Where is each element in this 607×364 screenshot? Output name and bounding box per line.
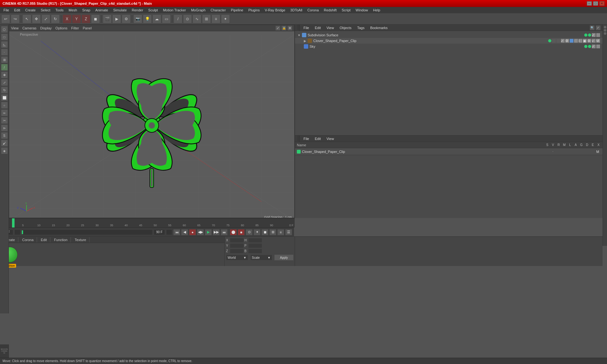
mat-tab-texture[interactable]: Texture bbox=[71, 237, 89, 242]
menu-window[interactable]: Window bbox=[353, 8, 370, 13]
obj-clover-tag8[interactable]: M bbox=[596, 39, 600, 43]
mode-btn3[interactable]: ≡ bbox=[277, 229, 284, 235]
close-button[interactable]: ✕ bbox=[599, 1, 604, 6]
timeline-scrubber[interactable] bbox=[21, 229, 153, 235]
obj-menu-bookmarks[interactable]: Bookmarks bbox=[369, 25, 389, 30]
menu-animate[interactable]: Animate bbox=[93, 8, 110, 13]
tool-knife[interactable]: ✂ bbox=[1, 117, 8, 124]
render-button[interactable]: ▶ bbox=[112, 15, 121, 23]
play-back-button[interactable]: ◀▶ bbox=[197, 229, 204, 235]
sky-button[interactable]: ☁ bbox=[152, 15, 161, 23]
poly-mode-button[interactable]: Z bbox=[82, 15, 90, 23]
loop-btn[interactable]: ⬤ bbox=[230, 229, 237, 235]
tool-brush[interactable]: / bbox=[1, 64, 8, 71]
scale-tool-button[interactable]: ⤢ bbox=[41, 15, 50, 23]
obj-sky-dot2[interactable] bbox=[588, 45, 591, 48]
x-pos-input[interactable]: 0 cm bbox=[230, 238, 244, 243]
render-view-button[interactable]: 🎬 bbox=[103, 15, 112, 23]
vp-menu-filter[interactable]: Filter bbox=[71, 26, 79, 30]
end-frame-input[interactable] bbox=[154, 229, 165, 235]
menu-pipeline[interactable]: Pipeline bbox=[229, 8, 245, 13]
obj-clover-tag2[interactable] bbox=[570, 39, 573, 43]
uvw-button[interactable]: ◼ bbox=[91, 15, 100, 23]
menu-character[interactable]: Character bbox=[208, 8, 228, 13]
mode-btn1[interactable]: ◼ bbox=[261, 229, 268, 235]
attr-obj-s[interactable]: · bbox=[551, 150, 555, 153]
menu-motion-tracker[interactable]: Motion Tracker bbox=[161, 8, 188, 13]
mode-btn2[interactable]: ⊞ bbox=[269, 229, 276, 235]
tool-material[interactable]: ◈ bbox=[1, 147, 8, 154]
minimize-button[interactable]: ─ bbox=[587, 1, 592, 6]
play-forward-button[interactable]: ▶ bbox=[205, 229, 212, 235]
stop-btn[interactable]: ■ bbox=[238, 229, 245, 235]
obj-clover-tag5[interactable]: ▣ bbox=[583, 39, 587, 43]
tool-uv[interactable]: ⊞ bbox=[1, 56, 8, 63]
record-button[interactable]: ● bbox=[189, 229, 196, 235]
prev-frame-button[interactable]: ◀ bbox=[181, 229, 188, 235]
vp-maximize-icon[interactable]: ⤢ bbox=[275, 26, 280, 31]
vp-settings-icon[interactable]: ⚙ bbox=[287, 26, 292, 31]
menu-edit[interactable]: Edit bbox=[12, 8, 22, 13]
edge-mode-button[interactable]: Y bbox=[72, 15, 81, 23]
menu-mesh[interactable]: Mesh bbox=[66, 8, 79, 13]
menu-plugins[interactable]: Plugins bbox=[246, 8, 262, 13]
menu-snap[interactable]: Snap bbox=[80, 8, 93, 13]
light-button[interactable]: 💡 bbox=[143, 15, 152, 23]
obj-clover-tag6[interactable]: ⚙ bbox=[587, 39, 591, 43]
redo-button[interactable]: ↪ bbox=[11, 15, 20, 23]
nurbs-button[interactable]: ⊙ bbox=[183, 15, 192, 23]
vp-menu-display[interactable]: Display bbox=[40, 26, 52, 30]
obj-clover-tag1[interactable]: ⚙ bbox=[565, 39, 569, 43]
obj-menu-view[interactable]: View bbox=[325, 25, 336, 30]
obj-clover-check[interactable]: ✓ bbox=[561, 39, 565, 43]
mode-btn4[interactable]: ☰ bbox=[285, 229, 292, 235]
obj-sky-dot1[interactable] bbox=[584, 45, 587, 48]
deform-button[interactable]: ∿ bbox=[193, 15, 201, 23]
menu-mograph[interactable]: MoGraph bbox=[189, 8, 208, 13]
vp-menu-cameras[interactable]: Cameras bbox=[22, 26, 37, 30]
vp-lock-icon[interactable]: 🔒 bbox=[281, 26, 286, 31]
menu-sculpt[interactable]: Sculpt bbox=[146, 8, 160, 13]
apply-button[interactable]: Apply bbox=[274, 255, 293, 260]
vp-menu-panel[interactable]: Panel bbox=[83, 26, 92, 30]
attr-menu-edit[interactable]: Edit bbox=[313, 136, 322, 141]
vp-menu-view[interactable]: View bbox=[11, 26, 19, 30]
attr-menu-view[interactable]: View bbox=[325, 136, 336, 141]
menu-3dtoall[interactable]: 3DToAll bbox=[288, 8, 304, 13]
attr-object-row[interactable]: Clover_Shaped_Paper_Clip · M bbox=[295, 148, 603, 155]
rotate-tool-button[interactable]: ↻ bbox=[51, 15, 60, 23]
obj-clover-icon2[interactable] bbox=[552, 39, 556, 43]
camera-button[interactable]: 📷 bbox=[133, 15, 142, 23]
tool-edge[interactable]: ◺ bbox=[1, 41, 8, 48]
obj-sub-dot-green[interactable] bbox=[584, 33, 587, 37]
tool-object[interactable]: ⬡ bbox=[1, 26, 8, 33]
menu-file[interactable]: File bbox=[1, 8, 11, 13]
viewport-canvas[interactable]: Grid Spacing : 1 cm X Z Y bbox=[9, 31, 294, 218]
obj-clover-dot1[interactable] bbox=[548, 39, 551, 42]
tool-rotate[interactable]: ↻ bbox=[1, 87, 8, 94]
obj-sub-lock-icon[interactable] bbox=[596, 33, 600, 37]
panel-grab-attr[interactable] bbox=[297, 136, 299, 142]
viewport[interactable]: View Cameras Display Options Filter Pane… bbox=[9, 25, 295, 218]
obj-clover-tag4[interactable]: I bbox=[579, 39, 582, 43]
play-fast-forward-button[interactable]: ▶▶ bbox=[213, 229, 220, 235]
z-pos-input[interactable]: 0 cm bbox=[230, 249, 244, 253]
mat-tab-function[interactable]: Function bbox=[51, 237, 71, 242]
render-settings-button[interactable]: ⚙ bbox=[122, 15, 131, 23]
obj-menu-tags[interactable]: Tags bbox=[356, 25, 366, 30]
menu-help[interactable]: Help bbox=[371, 8, 383, 13]
obj-item-subdivision[interactable]: ▼ Subdivision Surface ✓ bbox=[295, 32, 603, 38]
obj-clover-icon3[interactable] bbox=[556, 39, 560, 43]
tool-scale[interactable]: ⤢ bbox=[1, 79, 8, 86]
tool-poly[interactable]: □ bbox=[1, 33, 8, 40]
tool-paint[interactable]: 🖌 bbox=[1, 140, 8, 147]
light2-button[interactable]: ✦ bbox=[221, 15, 230, 23]
menu-select[interactable]: Select bbox=[39, 8, 53, 13]
panel-grab-obj[interactable] bbox=[297, 25, 299, 31]
undo-button[interactable]: ↩ bbox=[1, 15, 10, 23]
obj-menu-objects[interactable]: Objects bbox=[338, 25, 353, 30]
maximize-button[interactable]: □ bbox=[593, 1, 598, 6]
tool-point[interactable]: · bbox=[1, 49, 8, 56]
p-input[interactable]: 0° bbox=[248, 243, 262, 248]
tool-select-rect[interactable]: ⬜ bbox=[1, 94, 8, 101]
